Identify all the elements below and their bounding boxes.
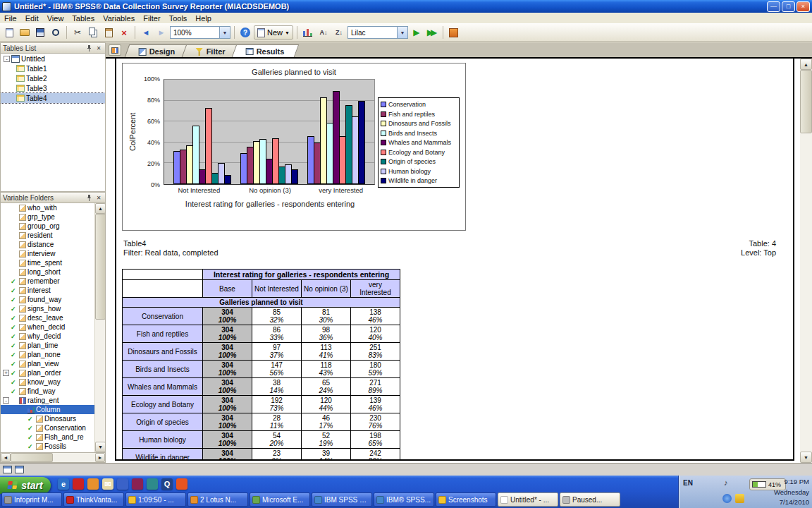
tables-root[interactable]: - Untitled <box>1 54 105 64</box>
results-scrollbar[interactable]: ▲ ▼ <box>800 59 812 463</box>
variable-item-Fossils[interactable]: ✓ Fossils <box>1 442 94 451</box>
variable-item-grp_type[interactable]: grp_type <box>1 212 94 222</box>
pin-icon[interactable] <box>85 193 93 202</box>
tab-design[interactable]: Design <box>125 44 190 57</box>
collapse-icon[interactable]: - <box>3 397 9 404</box>
lotus-organizer-icon[interactable] <box>87 478 99 490</box>
table-item-table3[interactable]: Table3 <box>1 83 105 93</box>
close-button[interactable]: × <box>796 1 810 12</box>
table-item-table1[interactable]: Table1 <box>1 64 105 73</box>
table-item-table2[interactable]: Table2 <box>1 73 105 83</box>
variable-item-interest[interactable]: ✓ interest <box>1 286 94 295</box>
viewer-icon[interactable] <box>147 478 158 490</box>
variable-item-desc_leave[interactable]: ✓ desc_leave <box>1 313 94 322</box>
tab-filter[interactable]: Filter <box>181 44 239 57</box>
variable-item-who_with[interactable]: who_with <box>1 203 94 212</box>
variable-item-Conservation[interactable]: ✓ Conservation <box>1 423 94 433</box>
save-button[interactable] <box>33 25 47 40</box>
language-indicator[interactable]: EN <box>683 479 693 487</box>
taskbar-button[interactable]: IBM® SPSS... <box>374 492 434 507</box>
chevron-down-icon[interactable]: ▼ <box>219 27 230 38</box>
variable-item-distance[interactable]: distance <box>1 240 94 249</box>
media-player-icon[interactable] <box>117 478 128 490</box>
variable-item-found_way[interactable]: ✓ found_way <box>1 295 94 304</box>
variable-item-time_spent[interactable]: time_spent <box>1 258 94 267</box>
internet-explorer-icon[interactable]: e <box>58 478 69 490</box>
menu-file[interactable]: File <box>0 14 21 23</box>
collapse-icon[interactable]: - <box>4 56 10 62</box>
menu-view[interactable]: View <box>43 14 68 23</box>
variables-scrollbar[interactable]: ▲ ▼ <box>94 203 105 452</box>
chevron-down-icon[interactable]: ▼ <box>397 27 407 38</box>
open-button[interactable] <box>18 25 32 40</box>
minimize-button[interactable]: — <box>767 1 780 12</box>
variable-item-plan_order[interactable]: +✓ plan_order <box>1 368 94 377</box>
variable-item-long_short[interactable]: long_short <box>1 267 94 277</box>
taskbar-button[interactable]: Microsoft E... <box>250 492 310 507</box>
dock-toggle-button[interactable] <box>109 44 121 56</box>
cut-button[interactable]: ✂ <box>70 25 85 40</box>
variable-item-remember[interactable]: ✓ remember <box>1 277 94 286</box>
run-all-button[interactable]: ▶▶ <box>425 25 439 40</box>
start-button[interactable]: start <box>0 477 51 494</box>
chart-type-button[interactable] <box>301 25 315 40</box>
taskbar-button[interactable]: Untitled* - ... <box>498 492 558 507</box>
variable-item-interview[interactable]: interview <box>1 249 94 258</box>
update-tray-icon[interactable] <box>722 494 732 503</box>
menu-tables[interactable]: Tables <box>68 14 99 23</box>
scroll-down-icon[interactable]: ▼ <box>95 442 106 452</box>
taskbar-button[interactable]: ThinkVanta... <box>63 492 124 507</box>
variable-item-when_decid[interactable]: ✓ when_decid <box>1 322 94 332</box>
menu-variables[interactable]: Variables <box>99 14 139 23</box>
scroll-right-icon[interactable]: ► <box>95 453 105 462</box>
new-table-button[interactable]: New ▼ <box>254 25 293 40</box>
variable-item-Fish_and_re[interactable]: ✓ Fish_and_re <box>1 433 94 442</box>
scroll-down-icon[interactable]: ▼ <box>800 452 812 463</box>
menu-help[interactable]: Help <box>191 14 216 23</box>
tab-results[interactable]: Results <box>231 44 298 57</box>
scroll-left-icon[interactable]: ◄ <box>1 453 11 462</box>
scroll-thumb[interactable] <box>800 70 812 133</box>
delete-button[interactable]: × <box>117 25 131 40</box>
variable-item-group_org[interactable]: group_org <box>1 222 94 231</box>
menu-filter[interactable]: Filter <box>139 14 164 23</box>
scroll-thumb[interactable] <box>95 214 106 320</box>
menu-edit[interactable]: Edit <box>21 14 43 23</box>
variable-item-why_decid[interactable]: ✓ why_decid <box>1 332 94 341</box>
redo-button[interactable]: ► <box>154 25 168 40</box>
close-panel-icon[interactable]: ✕ <box>94 44 103 52</box>
run-button[interactable]: ▶ <box>410 25 424 40</box>
variable-item-plan_time[interactable]: ✓ plan_time <box>1 341 94 350</box>
paste-button[interactable] <box>102 25 116 40</box>
menu-tools[interactable]: Tools <box>165 14 192 23</box>
variable-item-find_way[interactable]: ✓ find_way <box>1 387 94 396</box>
table-item-table4[interactable]: Table4 <box>1 93 105 103</box>
close-panel-icon[interactable]: ✕ <box>94 193 103 202</box>
variable-item-rating_ent[interactable]: - rating_ent <box>1 396 94 405</box>
scroll-thumb[interactable] <box>11 453 53 462</box>
export-button[interactable] <box>447 25 461 40</box>
acrobat-icon[interactable] <box>176 478 187 490</box>
variable-item-signs_how[interactable]: ✓ signs_how <box>1 304 94 313</box>
taskbar-button[interactable]: 1:09:50 - ... <box>125 492 186 507</box>
scroll-up-icon[interactable]: ▲ <box>95 203 106 214</box>
mail-icon[interactable]: ✉ <box>102 478 113 490</box>
taskbar-button[interactable]: Paused... <box>560 492 620 507</box>
horizontal-scrollbar[interactable]: ◄ ► <box>0 453 106 463</box>
zoom-select[interactable]: 100% ▼ <box>170 26 230 39</box>
sort-ascending-button[interactable]: A↓ <box>316 25 331 40</box>
dock-layout-icon[interactable] <box>15 466 24 473</box>
help-button[interactable]: ? <box>238 25 252 40</box>
taskbar-button[interactable]: IBM SPSS D... <box>312 492 372 507</box>
photo-app-icon[interactable] <box>132 478 143 490</box>
volume-icon[interactable]: ♪ <box>724 478 728 487</box>
scroll-up-icon[interactable]: ▲ <box>800 59 812 70</box>
undo-button[interactable]: ◄ <box>139 25 153 40</box>
find-button[interactable] <box>49 25 63 40</box>
expand-icon[interactable]: + <box>3 370 9 376</box>
taskbar-button[interactable]: Infoprint M... <box>1 492 62 507</box>
security-shield-icon[interactable] <box>735 494 744 503</box>
taskbar-button[interactable]: Screenshots <box>436 492 496 507</box>
taskbar-button[interactable]: 2 Lotus N... <box>187 492 248 507</box>
variable-item-resident[interactable]: resident <box>1 231 94 240</box>
